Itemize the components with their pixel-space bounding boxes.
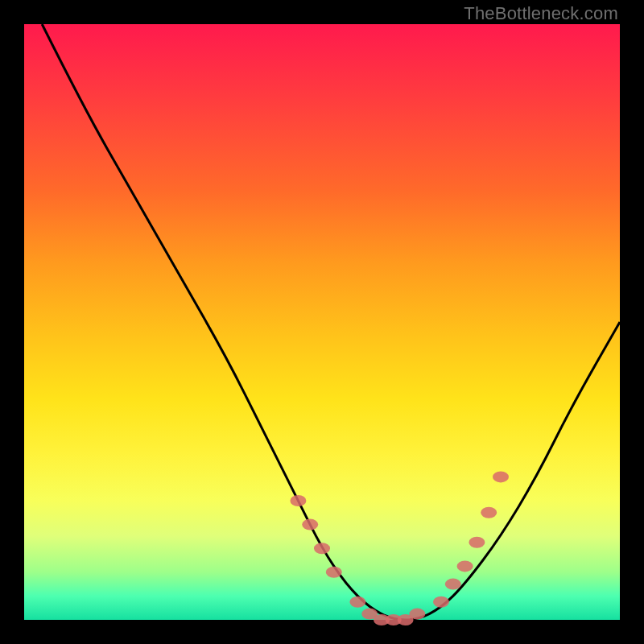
curve-marker: [409, 609, 425, 620]
watermark-text: TheBottleneck.com: [464, 3, 618, 24]
curve-marker: [349, 597, 365, 608]
marker-group: [290, 471, 509, 625]
curve-group: [42, 24, 620, 620]
curve-marker: [314, 543, 330, 554]
curve-marker: [326, 567, 342, 578]
chart-svg: [24, 24, 620, 620]
curve-marker: [481, 507, 497, 518]
curve-marker: [290, 495, 306, 506]
curve-marker: [493, 471, 509, 482]
curve-marker: [469, 537, 485, 548]
curve-marker: [457, 560, 473, 572]
chart-frame: TheBottleneck.com: [0, 0, 644, 644]
chart-plot-area: [24, 24, 620, 620]
curve-marker: [302, 519, 318, 530]
curve-marker: [433, 597, 449, 608]
curve-marker: [445, 579, 461, 590]
bottleneck-curve-path: [42, 24, 620, 620]
